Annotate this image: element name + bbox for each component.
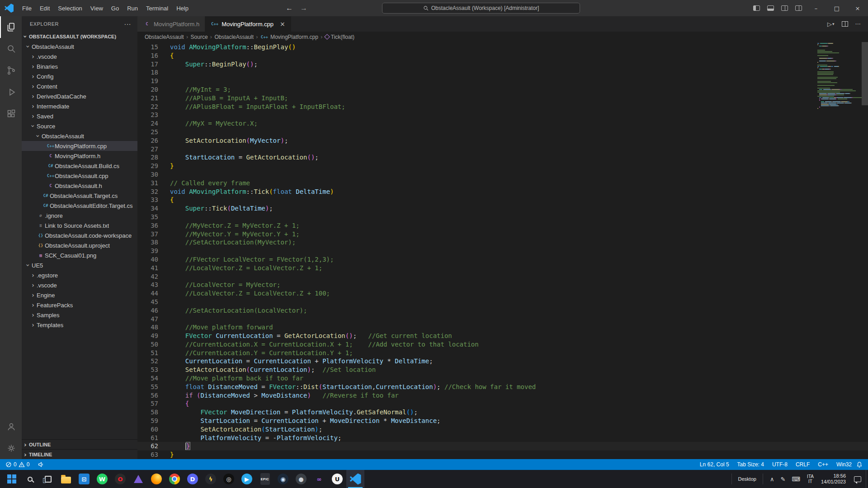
breadcrumb-item-MovingPlatform.cpp[interactable]: C++MovingPlatform.cpp [260, 34, 318, 40]
toggle-secondary-bar-icon[interactable] [781, 5, 788, 11]
code-line-53[interactable]: 53 SetActorLocation(CurrentLocation); //… [137, 366, 868, 374]
code-line-59[interactable]: 59 StartLocation = CurrentLocation + Mov… [137, 417, 868, 425]
line-number[interactable]: 56 [137, 391, 158, 400]
code-line-41[interactable]: 41 //LocalVector.Z = LocalVector.Z + 1; [137, 264, 868, 272]
line-number[interactable]: 30 [137, 170, 158, 179]
start-button[interactable] [3, 470, 21, 488]
tree-item-MovingPlatform.h[interactable]: CMovingPlatform.h [22, 151, 137, 161]
navigate-back-icon[interactable]: ← [286, 0, 293, 16]
line-number[interactable]: 22 [137, 103, 158, 111]
code-line-51[interactable]: 51 //CurrentLocation.Y = CurrentLocation… [137, 349, 868, 357]
code-line-28[interactable]: 28 StartLocation = GetActorLocation(); [137, 153, 868, 162]
menu-terminal[interactable]: Terminal [142, 0, 172, 16]
line-number[interactable]: 48 [137, 323, 158, 332]
line-number[interactable]: 55 [137, 383, 158, 391]
tree-item-ObstacleAssault.h[interactable]: CObstacleAssault.h [22, 181, 137, 191]
line-number[interactable]: 31 [137, 179, 158, 188]
close-button[interactable]: × [847, 0, 868, 16]
code-line-22[interactable]: 22 //APlusBFloat = InputAFloat + InputBF… [137, 103, 868, 111]
maximize-button[interactable]: □ [826, 0, 847, 16]
pen-icon[interactable]: ✎ [777, 476, 788, 483]
menu-selection[interactable]: Selection [54, 0, 86, 16]
epic-games-icon[interactable]: EPIC [256, 470, 274, 488]
tree-item-Content[interactable]: ›Content [22, 81, 137, 91]
language-indicator[interactable]: ITA IT [803, 474, 817, 484]
line-number[interactable]: 34 [137, 204, 158, 213]
code-line-21[interactable]: 21 //APlusB = InputA + InputB; [137, 94, 868, 103]
line-number[interactable]: 59 [137, 417, 158, 425]
line-number[interactable]: 50 [137, 340, 158, 349]
line-number[interactable]: 20 [137, 85, 158, 94]
show-desktop-button[interactable] [866, 470, 868, 488]
tree-item-Source[interactable]: ›Source [22, 121, 137, 131]
navigate-forward-icon[interactable]: → [300, 0, 307, 16]
tree-item-.vscode[interactable]: ›.vscode [22, 280, 137, 290]
line-number[interactable]: 60 [137, 425, 158, 434]
breadcrumb-item-ObstacleAssault[interactable]: ObstacleAssault [214, 34, 254, 40]
line-number[interactable]: 18 [137, 68, 158, 77]
touch-keyboard-icon[interactable]: ⌨ [788, 476, 803, 483]
sidebar-item-explorer[interactable] [0, 16, 22, 38]
tree-item-ObstacleAssault.Build.cs[interactable]: C#ObstacleAssault.Build.cs [22, 161, 137, 171]
obs-icon[interactable]: ◎ [220, 470, 238, 488]
code-line-60[interactable]: 60 SetActorLocation(StartLocation); [137, 425, 868, 434]
line-number[interactable]: 28 [137, 153, 158, 162]
line-number[interactable]: 49 [137, 332, 158, 340]
vscode-icon[interactable] [346, 470, 364, 488]
clock[interactable]: 18:56 14/01/2023 [817, 473, 849, 485]
opera-icon[interactable]: O [111, 470, 129, 488]
line-number[interactable]: 39 [137, 247, 158, 255]
code-line-31[interactable]: 31// Called every frame [137, 179, 868, 188]
tree-item-UE5[interactable]: ›UE5 [22, 260, 137, 270]
tree-item-ObstacleAssaultEditor.Target.cs[interactable]: C#ObstacleAssaultEditor.Target.cs [22, 201, 137, 211]
line-number[interactable]: 52 [137, 357, 158, 366]
steam-icon[interactable]: ◉ [274, 470, 292, 488]
code-line-32[interactable]: 32void AMovingPlatform::Tick(float Delta… [137, 188, 868, 196]
tree-item-Binaries[interactable]: ›Binaries [22, 61, 137, 71]
code-line-52[interactable]: 52 CurrentLocation = CurrentLocation + P… [137, 357, 868, 366]
firefox-icon[interactable] [147, 470, 165, 488]
code-line-58[interactable]: 58 FVector MoveDirection = PlatformVeloc… [137, 408, 868, 417]
line-number[interactable]: 62 [137, 442, 158, 450]
code-line-26[interactable]: 26 SetActorLocation(MyVector); [137, 136, 868, 145]
breadcrumb-item-Tick(float)[interactable]: Tick(float) [325, 34, 354, 40]
tree-item-SCK_Casual01.png[interactable]: ▨SCK_Casual01.png [22, 250, 137, 260]
github-desktop-icon[interactable]: ● [292, 470, 310, 488]
code-line-45[interactable]: 45 [137, 298, 868, 306]
tree-item-ObstacleAssault.cpp[interactable]: C++ObstacleAssault.cpp [22, 171, 137, 181]
line-number[interactable]: 19 [137, 77, 158, 85]
tree-item-.ignore[interactable]: ∅.ignore [22, 211, 137, 221]
line-number[interactable]: 38 [137, 238, 158, 247]
line-number[interactable]: 40 [137, 255, 158, 264]
code-line-20[interactable]: 20 //MyInt = 3; [137, 85, 868, 94]
line-number[interactable]: 51 [137, 349, 158, 357]
line-number[interactable]: 33 [137, 196, 158, 204]
search-button[interactable] [21, 470, 39, 488]
menu-edit[interactable]: Edit [36, 0, 54, 16]
line-number[interactable]: 17 [137, 60, 158, 69]
code-line-44[interactable]: 44 //LocalVector.Z = LocalVector.Z + 100… [137, 289, 868, 298]
code-line-36[interactable]: 36 //MyVector.Z = MyVector.Z + 1; [137, 221, 868, 230]
tray-overflow-chevron-icon[interactable]: ∧ [767, 476, 778, 483]
code-line-42[interactable]: 42 [137, 272, 868, 281]
menu-file[interactable]: File [18, 0, 36, 16]
code-line-30[interactable]: 30 [137, 170, 868, 179]
code-line-47[interactable]: 47 [137, 315, 868, 324]
command-center-search[interactable]: ObstacleAssault (Workspace) [Administrat… [382, 3, 580, 14]
sidebar-item-source-control[interactable] [0, 60, 22, 81]
telegram-icon[interactable]: ▶ [238, 470, 256, 488]
line-number[interactable]: 54 [137, 374, 158, 383]
code-line-49[interactable]: 49 FVector CurrentLocation = GetActorLoc… [137, 332, 868, 340]
code-line-38[interactable]: 38 //SetActorLocation(MyVector); [137, 238, 868, 247]
line-number[interactable]: 21 [137, 94, 158, 103]
line-number[interactable]: 26 [137, 136, 158, 145]
line-number[interactable]: 47 [137, 315, 158, 324]
line-number[interactable]: 37 [137, 230, 158, 239]
tree-item-.vscode[interactable]: ›.vscode [22, 52, 137, 61]
desktop-toolbar[interactable]: Desktop [736, 476, 759, 482]
editor-scrollbar[interactable] [862, 42, 868, 459]
tree-item-DerivedDataCache[interactable]: ›DerivedDataCache [22, 91, 137, 101]
scrollbar-thumb[interactable] [862, 42, 868, 105]
line-number[interactable]: 46 [137, 306, 158, 315]
line-number[interactable]: 16 [137, 52, 158, 60]
